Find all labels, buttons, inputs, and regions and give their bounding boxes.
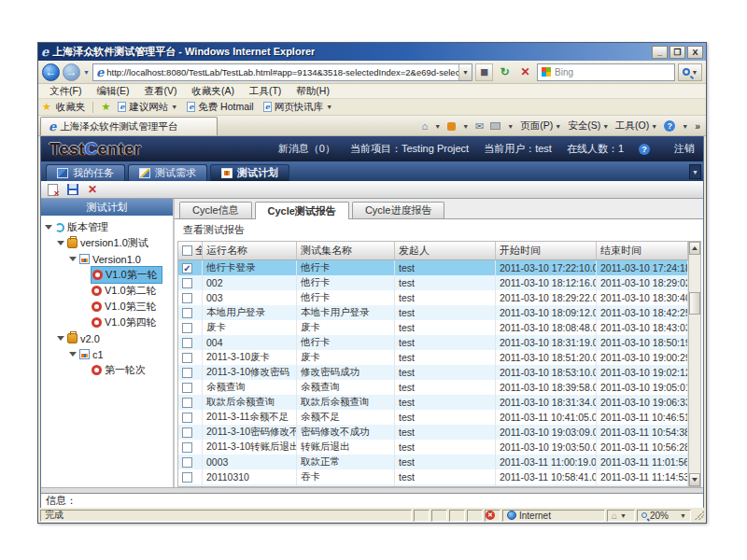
menu-item[interactable]: 帮助(H) <box>289 85 337 98</box>
tab-app-1[interactable]: 测试需求 <box>128 164 207 181</box>
favorites-star-icon[interactable]: ★ <box>42 101 51 113</box>
table-row[interactable]: 2011-3-11连续挂失用户连续挂失账户test2011-03-11 10:5… <box>178 484 688 486</box>
feeds-icon[interactable] <box>447 122 456 131</box>
tree-item[interactable]: c1 <box>41 346 173 362</box>
search-dropdown-icon[interactable]: ▼ <box>692 69 698 76</box>
subtab-0[interactable]: Cycle信息 <box>179 202 252 218</box>
scroll-down-icon[interactable] <box>689 473 700 486</box>
row-checkbox[interactable] <box>182 323 192 333</box>
add-favorite-icon[interactable]: ★ <box>101 101 110 113</box>
row-checkbox[interactable] <box>182 383 192 393</box>
search-input[interactable]: Bing <box>537 63 675 81</box>
column-header[interactable]: 结束时间 <box>597 242 688 259</box>
address-dropdown-icon[interactable]: ▼ <box>458 64 472 80</box>
table-scrollbar[interactable] <box>688 241 701 487</box>
favorites-link[interactable]: e免费 Hotmail <box>184 101 257 114</box>
tree-item[interactable]: V1.0第三轮 <box>41 299 173 315</box>
row-checkbox[interactable] <box>182 442 192 453</box>
stop-button[interactable]: ✕ <box>516 63 534 81</box>
table-row[interactable]: 余额查询余额查询test2011-03-10 18:39:58.02011-03… <box>178 380 688 395</box>
save-button[interactable] <box>67 184 78 195</box>
subtab-2[interactable]: Cycle进度报告 <box>352 202 445 218</box>
column-header[interactable]: 运行名称 <box>203 242 297 259</box>
column-header[interactable]: 全 <box>178 242 203 259</box>
row-checkbox[interactable] <box>182 413 192 423</box>
table-row[interactable]: 2011-3-10修改密码修改密码成功test2011-03-10 18:53:… <box>178 365 688 380</box>
tree-item-body[interactable]: c1 <box>78 348 107 361</box>
new-messages[interactable]: 新消息（0） <box>278 142 335 156</box>
table-row[interactable]: 20110310吞卡test2011-03-11 10:58:41.02011-… <box>178 469 688 484</box>
overflow-chevron-icon[interactable]: » <box>695 120 700 132</box>
menu-item[interactable]: 工具(T) <box>242 85 289 98</box>
logout-link[interactable]: 注销 <box>674 142 695 156</box>
tree-item[interactable]: V1.0第二轮 <box>41 283 173 299</box>
mail-button[interactable]: ✉ <box>475 120 484 133</box>
expand-arrow-icon[interactable] <box>57 241 64 245</box>
resize-grip[interactable] <box>695 511 704 520</box>
table-row[interactable]: 002他行卡test2011-03-10 18:12:16.02011-03-1… <box>178 275 688 290</box>
menu-item[interactable]: 收藏夹(A) <box>184 85 242 98</box>
command-button[interactable]: 安全(S)▼ <box>568 119 609 133</box>
print-dropdown-icon[interactable]: ▼ <box>507 123 514 130</box>
search-button[interactable]: ▼ <box>678 63 702 81</box>
zoom-control[interactable]: 20% ▼ <box>637 510 691 522</box>
refresh-button[interactable]: ↻ <box>496 63 514 81</box>
tree-item-body[interactable]: V1.0第一轮 <box>91 266 162 284</box>
row-checkbox[interactable] <box>182 368 192 378</box>
tree-item-body[interactable]: v2.0 <box>66 332 104 345</box>
title-bar[interactable]: e 上海泽众软件测试管理平台 - Windows Internet Explor… <box>38 43 706 61</box>
expand-arrow-icon[interactable] <box>69 257 77 261</box>
scroll-track[interactable] <box>689 255 700 473</box>
tree-item[interactable]: 第一轮次 <box>41 362 173 378</box>
back-button[interactable]: ← <box>42 63 60 81</box>
scroll-up-icon[interactable] <box>689 242 700 255</box>
table-row[interactable]: 2011-3-10密码修改不成功密码修改不成功test2011-03-10 19… <box>178 425 688 440</box>
tree-item[interactable]: V1.0第四轮 <box>41 315 173 330</box>
column-header[interactable]: 发起人 <box>395 242 496 259</box>
row-checkbox[interactable] <box>182 308 192 318</box>
address-url[interactable]: http://localhost:8080/TestLab/TestLab.ht… <box>106 67 458 77</box>
menu-item[interactable]: 查看(V) <box>136 85 184 98</box>
forward-button[interactable]: → <box>63 63 80 81</box>
help-dropdown-icon[interactable]: ▼ <box>682 123 688 130</box>
menu-item[interactable]: 文件(F) <box>42 85 89 98</box>
app-help-icon[interactable]: ? <box>639 144 650 155</box>
tree-item-body[interactable]: V1.0第三轮 <box>91 299 161 315</box>
table-row[interactable]: 废卡废卡test2011-03-10 18:08:48.02011-03-10 … <box>178 320 688 335</box>
column-header[interactable]: 测试集名称 <box>297 242 395 259</box>
protected-mode-cell[interactable]: ⌂▼ <box>607 510 635 522</box>
row-checkbox[interactable]: ✓ <box>182 263 192 273</box>
tree-item[interactable]: version1.0测试 <box>41 235 173 251</box>
tree-item[interactable]: 版本管理 <box>41 219 173 235</box>
security-report-icon[interactable]: ✕ <box>486 511 495 520</box>
command-button[interactable]: 页面(P)▼ <box>520 119 561 133</box>
browser-tab[interactable]: e 上海泽众软件测试管理平台 <box>40 117 218 135</box>
compatibility-view-button[interactable]: ▦ <box>475 63 493 81</box>
tree-item[interactable]: v2.0 <box>41 330 173 346</box>
scroll-thumb[interactable] <box>689 292 700 315</box>
row-checkbox[interactable] <box>182 472 192 483</box>
menu-item[interactable]: 编辑(E) <box>89 85 136 98</box>
favorites-label[interactable]: 收藏夹 <box>56 101 86 114</box>
command-button[interactable]: 工具(O)▼ <box>615 119 657 133</box>
column-header[interactable]: 开始时间 <box>496 242 597 259</box>
restore-button[interactable]: ❐ <box>669 46 685 59</box>
tree-item-body[interactable]: version1.0测试 <box>66 235 152 251</box>
tree-item-body[interactable]: 版本管理 <box>54 219 112 235</box>
table-row[interactable]: 003他行卡test2011-03-10 18:29:22.02011-03-1… <box>178 290 688 305</box>
tree-item-body[interactable]: V1.0第四轮 <box>91 315 161 330</box>
home-dropdown-icon[interactable]: ▼ <box>434 123 441 130</box>
table-row[interactable]: 004他行卡test2011-03-10 18:31:19.02011-03-1… <box>178 335 688 350</box>
table-row[interactable]: 本地用户登录本地卡用户登录test2011-03-10 18:09:12.020… <box>178 305 688 320</box>
tree-item-body[interactable]: V1.0第二轮 <box>91 283 161 299</box>
row-checkbox[interactable] <box>182 338 192 348</box>
subtab-1[interactable]: Cycle测试报告 <box>255 202 349 219</box>
row-checkbox[interactable] <box>182 457 192 468</box>
tab-overflow-button[interactable]: ▼ <box>689 164 701 179</box>
select-all-checkbox[interactable] <box>182 245 192 256</box>
row-checkbox[interactable] <box>182 353 192 363</box>
table-row[interactable]: 2011-3-10转账后退出转账后退出test2011-03-10 19:03:… <box>178 440 688 455</box>
table-row[interactable]: 2011-3-11余额不足余额不足test2011-03-11 10:41:05… <box>178 410 688 425</box>
favorites-link[interactable]: e建议网站▼ <box>115 101 180 114</box>
row-checkbox[interactable] <box>182 293 192 303</box>
